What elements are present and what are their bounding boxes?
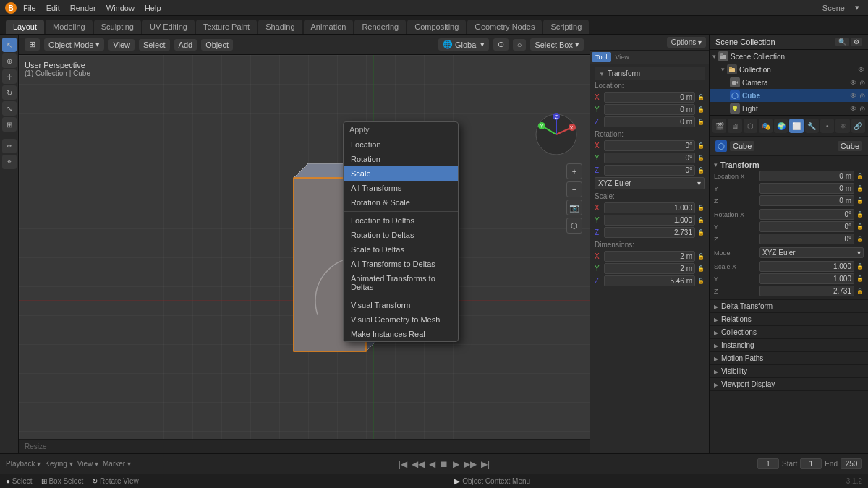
tab-compositing[interactable]: Compositing [407, 20, 466, 34]
dim-z-val[interactable]: 5.46 m [604, 275, 695, 286]
cube-visibility-btn[interactable]: 👁 [850, 92, 857, 100]
obj-rot-y-val[interactable]: 0° [760, 221, 854, 232]
dim-y-val[interactable]: 2 m [604, 263, 695, 274]
particle-props-btn[interactable]: • [820, 119, 834, 133]
apply-all-transforms-deltas[interactable]: All Transforms to Deltas [344, 257, 458, 271]
camera-visibility-btn[interactable]: 👁 [850, 79, 857, 87]
outliner-camera[interactable]: Camera 👁 ⊙ [710, 76, 868, 89]
menu-file[interactable]: File [19, 2, 41, 14]
go-start-btn[interactable]: |◀ [399, 459, 407, 469]
dim-x-val[interactable]: 2 m [604, 251, 695, 262]
rotation-y-val[interactable]: 0° [604, 153, 695, 163]
scale-y-lock[interactable]: 🔒 [697, 217, 705, 223]
apply-make-instances-real[interactable]: Make Instances Real [344, 327, 458, 341]
menu-window[interactable]: Window [102, 2, 139, 14]
scale-x-val[interactable]: 1.000 [604, 202, 695, 213]
rotation-x-val[interactable]: 0° [604, 140, 695, 151]
current-frame-input[interactable]: 1 [757, 458, 779, 469]
obj-rot-y-lock[interactable]: 🔒 [856, 223, 864, 230]
outliner-search-btn[interactable]: 🔍 [835, 38, 849, 46]
constraints-props-btn[interactable]: 🔗 [851, 119, 865, 133]
axis-gizmo[interactable]: X Y Z [535, 113, 578, 156]
obj-loc-z-val[interactable]: 0 m [760, 195, 854, 206]
resize-bar[interactable]: Resize [19, 439, 590, 453]
obj-rot-x-lock[interactable]: 🔒 [856, 211, 864, 218]
rotation-mode-dropdown[interactable]: XYZ Euler ▾ [595, 177, 705, 189]
obj-rot-z-val[interactable]: 0° [760, 234, 854, 244]
rotation-z-lock[interactable]: 🔒 [697, 167, 705, 174]
rotation-y-lock[interactable]: 🔒 [697, 155, 705, 161]
camera-render-btn[interactable]: ⊙ [859, 79, 865, 87]
menu-edit[interactable]: Edit [42, 2, 64, 14]
play-btn[interactable]: ▶ [453, 459, 459, 469]
location-y-val[interactable]: 0 m [604, 104, 695, 115]
snap-btn[interactable]: ⊙ [493, 38, 509, 51]
light-render-btn[interactable]: ⊙ [859, 105, 865, 113]
view-menu-btn[interactable]: View [109, 39, 135, 51]
obj-mode-dropdown[interactable]: XYZ Euler ▾ [760, 247, 864, 258]
apply-scale-deltas[interactable]: Scale to Deltas [344, 242, 458, 257]
editor-type-btn[interactable]: ⊞ [25, 38, 40, 51]
location-y-lock[interactable]: 🔒 [697, 106, 705, 113]
menu-render[interactable]: Render [66, 2, 101, 14]
rotation-x-lock[interactable]: 🔒 [697, 142, 705, 149]
tab-rendering[interactable]: Rendering [354, 20, 406, 34]
obj-loc-y-lock[interactable]: 🔒 [856, 185, 864, 192]
apply-rotation-scale[interactable]: Rotation & Scale [344, 195, 458, 210]
collections-btn[interactable]: Collections [710, 326, 868, 338]
obj-scale-z-val[interactable]: 2.731 [760, 286, 854, 296]
annotate-tool-btn[interactable]: ✏ [2, 139, 17, 153]
dim-y-lock[interactable]: 🔒 [697, 265, 705, 272]
drag-select-btn[interactable]: Select Box ▾ [530, 38, 584, 51]
obj-name-right[interactable]: Cube [838, 141, 862, 151]
zoom-in-btn[interactable]: + [566, 163, 582, 179]
output-props-btn[interactable]: 🖥 [728, 119, 741, 133]
obj-loc-x-lock[interactable]: 🔒 [856, 173, 864, 179]
scale-x-lock[interactable]: 🔒 [697, 205, 705, 211]
tab-geometry-nodes[interactable]: Geometry Nodes [467, 20, 542, 34]
tab-uv-editing[interactable]: UV Editing [142, 20, 195, 34]
location-z-lock[interactable]: 🔒 [697, 119, 705, 125]
motion-paths-btn[interactable]: Motion Paths [710, 352, 868, 364]
apply-scale[interactable]: Scale [344, 166, 458, 181]
tab-texture-paint[interactable]: Texture Paint [196, 20, 257, 34]
dim-z-lock[interactable]: 🔒 [697, 278, 705, 284]
transform-tool-btn[interactable]: ⊞ [2, 117, 17, 132]
apply-location-deltas[interactable]: Location to Deltas [344, 213, 458, 228]
location-x-lock[interactable]: 🔒 [697, 94, 705, 100]
stop-btn[interactable]: ⏹ [440, 459, 448, 469]
select-tool-btn[interactable]: ↖ [2, 38, 17, 52]
apply-all-transforms[interactable]: All Transforms [344, 181, 458, 195]
tab-modeling[interactable]: Modeling [46, 20, 93, 34]
light-visibility-btn[interactable]: 👁 [850, 105, 857, 113]
outliner-filter-btn[interactable]: ⚙ [851, 38, 862, 46]
rotation-z-val[interactable]: 0° [604, 165, 695, 176]
prop-tab-tools[interactable]: Tool [592, 52, 611, 62]
viewport-display-btn[interactable]: Viewport Display [710, 378, 868, 390]
scene-props-btn[interactable]: 🎭 [759, 119, 773, 133]
instancing-btn[interactable]: Instancing [710, 339, 868, 351]
apply-rotation[interactable]: Rotation [344, 152, 458, 166]
tab-layout[interactable]: Layout [6, 20, 44, 34]
outliner-scene-collection[interactable]: ▾ Scene Collection [710, 50, 868, 63]
location-z-val[interactable]: 0 m [604, 116, 695, 127]
visibility-btn[interactable]: Visibility [710, 365, 868, 377]
location-x-val[interactable]: 0 m [604, 92, 695, 103]
prop-tab-view[interactable]: View [612, 52, 633, 62]
orientation-select[interactable]: 🌐 Global ▾ [438, 38, 489, 51]
tab-scripting[interactable]: Scripting [543, 20, 589, 34]
proportional-edit-btn[interactable]: ○ [513, 39, 527, 51]
object-props-btn[interactable]: ⬜ [789, 119, 803, 133]
menu-help[interactable]: Help [140, 2, 166, 14]
view-timeline-btn[interactable]: View ▾ [77, 460, 98, 468]
apply-visual-geometry[interactable]: Visual Geometry to Mesh [344, 312, 458, 327]
step-back-btn[interactable]: ◀◀ [412, 459, 425, 469]
obj-loc-y-val[interactable]: 0 m [760, 183, 854, 194]
obj-scale-z-lock[interactable]: 🔒 [856, 288, 864, 294]
obj-rot-x-val[interactable]: 0° [760, 209, 854, 220]
object-menu-btn[interactable]: Object [201, 39, 233, 51]
obj-scale-x-val[interactable]: 1.000 [760, 261, 854, 272]
outliner-collection[interactable]: ▾ Collection 👁 [710, 63, 868, 76]
measure-tool-btn[interactable]: ⌖ [2, 155, 17, 169]
obj-loc-x-val[interactable]: 0 m [760, 171, 854, 181]
